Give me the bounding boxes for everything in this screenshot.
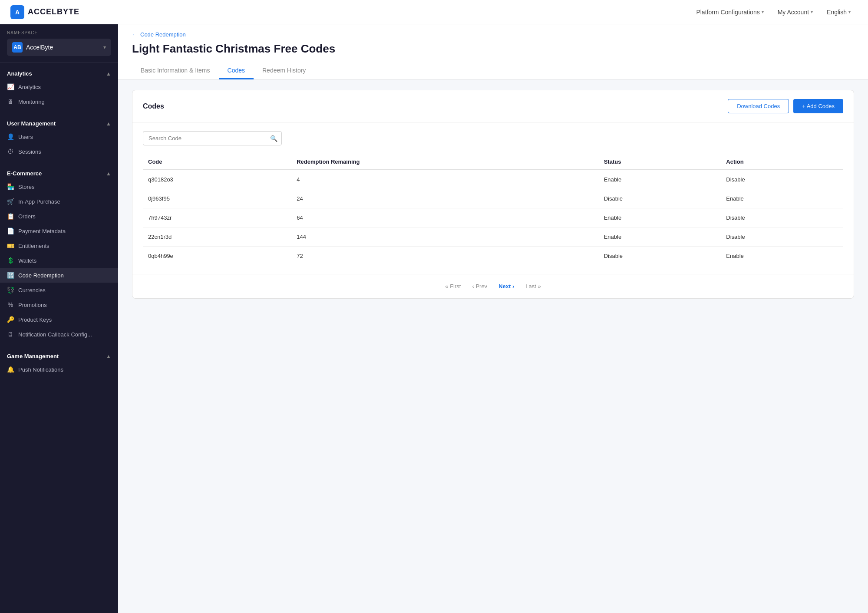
sidebar-item-label-users: Users bbox=[18, 134, 33, 140]
my-account-menu[interactable]: My Account ▾ bbox=[771, 5, 820, 19]
sidebar-item-icon-push-notifications: 🔔 bbox=[7, 366, 14, 373]
sidebar-item-label-currencies: Currencies bbox=[18, 287, 46, 293]
codes-card-body: 🔍 CodeRedemption RemainingStatusAction q… bbox=[132, 122, 854, 274]
breadcrumb[interactable]: ← Code Redemption bbox=[132, 31, 854, 38]
table-cell-code-0: q30182o3 bbox=[143, 170, 291, 189]
sidebar-item-label-code-redemption: Code Redemption bbox=[18, 272, 64, 279]
table-cell-status-3: Enable bbox=[599, 227, 721, 247]
language-menu[interactable]: English ▾ bbox=[820, 5, 858, 19]
sidebar-item-label-orders: Orders bbox=[18, 213, 36, 220]
page-header: ← Code Redemption Light Fantastic Christ… bbox=[118, 24, 868, 79]
codes-table: CodeRedemption RemainingStatusAction q30… bbox=[143, 154, 843, 265]
sidebar-section-ecommerce: E-Commerce▲🏪Stores🛒In-App Purchase📋Order… bbox=[0, 162, 118, 345]
sidebar-section-header-analytics[interactable]: Analytics▲ bbox=[0, 66, 118, 79]
sidebar-item-label-notification-callback: Notification Callback Config... bbox=[18, 331, 92, 338]
sidebar-item-notification-callback[interactable]: 🖥Notification Callback Config... bbox=[0, 327, 118, 342]
table-cell-status-1: Disable bbox=[599, 189, 721, 208]
table-row: q30182o34EnableDisable bbox=[143, 170, 843, 189]
sidebar-item-entitlements[interactable]: 🎫Entitlements bbox=[0, 238, 118, 253]
sidebar-section-header-ecommerce[interactable]: E-Commerce▲ bbox=[0, 166, 118, 179]
pagination-prev[interactable]: ‹ Prev bbox=[468, 281, 492, 291]
sidebar-section-analytics: Analytics▲📈Analytics🖥Monitoring bbox=[0, 63, 118, 112]
pagination-first[interactable]: « First bbox=[441, 281, 465, 291]
sidebar-item-code-redemption[interactable]: 🔢Code Redemption bbox=[0, 268, 118, 283]
language-chevron-icon: ▾ bbox=[848, 10, 851, 14]
sidebar-item-icon-payment-metadata: 📄 bbox=[7, 227, 14, 234]
sidebar-item-label-stores: Stores bbox=[18, 184, 35, 190]
download-codes-button[interactable]: Download Codes bbox=[728, 99, 789, 113]
sidebar-item-users[interactable]: 👤Users bbox=[0, 129, 118, 144]
table-cell-action-1[interactable]: Enable bbox=[721, 189, 843, 208]
tab-redeem-history[interactable]: Redeem History bbox=[254, 63, 314, 79]
sidebar-section-chevron-icon-analytics: ▲ bbox=[106, 71, 111, 77]
sidebar-item-push-notifications[interactable]: 🔔Push Notifications bbox=[0, 362, 118, 377]
sidebar-item-stores[interactable]: 🏪Stores bbox=[0, 179, 118, 194]
sidebar-item-label-monitoring: Monitoring bbox=[18, 99, 45, 105]
brand-logo-icon: A bbox=[10, 5, 24, 19]
table-cell-redemption-4: 72 bbox=[291, 247, 598, 266]
page-title: Light Fantastic Christmas Free Codes bbox=[132, 42, 854, 56]
sidebar-item-icon-sessions: ⏱ bbox=[7, 148, 14, 155]
table-cell-code-3: 22cn1r3d bbox=[143, 227, 291, 247]
sidebar-section-header-game-management[interactable]: Game Management▲ bbox=[0, 349, 118, 362]
pagination-last[interactable]: Last » bbox=[521, 281, 545, 291]
codes-card: Codes Download Codes + Add Codes 🔍 CodeR… bbox=[132, 90, 854, 299]
tab-basic-info[interactable]: Basic Information & Items bbox=[132, 63, 219, 79]
brand: A ACCELBYTE bbox=[10, 5, 79, 19]
table-cell-redemption-3: 144 bbox=[291, 227, 598, 247]
sidebar-section-title-user-management: User Management bbox=[7, 120, 56, 127]
sidebar-item-product-keys[interactable]: 🔑Product Keys bbox=[0, 312, 118, 327]
sidebar-item-wallets[interactable]: 💲Wallets bbox=[0, 253, 118, 268]
table-header-status: Status bbox=[599, 154, 721, 170]
sidebar-item-currencies[interactable]: 💱Currencies bbox=[0, 283, 118, 297]
table-row: 7h9743zr64EnableDisable bbox=[143, 208, 843, 227]
sidebar-section-title-ecommerce: E-Commerce bbox=[7, 170, 42, 177]
namespace-chevron-icon: ▾ bbox=[103, 44, 106, 50]
sidebar-item-payment-metadata[interactable]: 📄Payment Metadata bbox=[0, 224, 118, 238]
search-wrapper: 🔍 bbox=[143, 131, 282, 145]
sidebar-item-promotions[interactable]: %Promotions bbox=[0, 297, 118, 312]
namespace-section: NAMESPACE AB AccelByte ▾ bbox=[0, 24, 118, 63]
sidebar-item-orders[interactable]: 📋Orders bbox=[0, 209, 118, 224]
sidebar-item-icon-product-keys: 🔑 bbox=[7, 316, 14, 323]
my-account-chevron-icon: ▾ bbox=[811, 10, 813, 14]
table-cell-action-3[interactable]: Disable bbox=[721, 227, 843, 247]
table-cell-redemption-1: 24 bbox=[291, 189, 598, 208]
namespace-label: NAMESPACE bbox=[7, 30, 111, 35]
table-cell-action-2[interactable]: Disable bbox=[721, 208, 843, 227]
sidebar-item-monitoring[interactable]: 🖥Monitoring bbox=[0, 94, 118, 109]
sidebar-item-icon-code-redemption: 🔢 bbox=[7, 272, 14, 279]
table-cell-action-4[interactable]: Enable bbox=[721, 247, 843, 266]
table-cell-code-1: 0j963f95 bbox=[143, 189, 291, 208]
search-input[interactable] bbox=[143, 131, 282, 145]
table-cell-status-2: Enable bbox=[599, 208, 721, 227]
sidebar-item-label-push-notifications: Push Notifications bbox=[18, 366, 63, 373]
sidebar-item-sessions[interactable]: ⏱Sessions bbox=[0, 144, 118, 159]
sidebar-item-label-payment-metadata: Payment Metadata bbox=[18, 228, 66, 234]
sidebar-item-analytics[interactable]: 📈Analytics bbox=[0, 79, 118, 94]
sidebar-item-label-wallets: Wallets bbox=[18, 257, 36, 264]
table-cell-status-0: Enable bbox=[599, 170, 721, 189]
sidebar-item-label-analytics: Analytics bbox=[18, 84, 41, 90]
platform-configurations-menu[interactable]: Platform Configurations ▾ bbox=[689, 5, 770, 19]
sidebar-section-game-management: Game Management▲🔔Push Notifications bbox=[0, 345, 118, 380]
table-cell-code-2: 7h9743zr bbox=[143, 208, 291, 227]
namespace-selector[interactable]: AB AccelByte ▾ bbox=[7, 39, 111, 56]
add-codes-button[interactable]: + Add Codes bbox=[793, 99, 843, 113]
content-area: Codes Download Codes + Add Codes 🔍 CodeR… bbox=[118, 79, 868, 309]
sidebar-section-header-user-management[interactable]: User Management▲ bbox=[0, 116, 118, 129]
top-navigation: A ACCELBYTE Platform Configurations ▾ My… bbox=[0, 0, 868, 24]
sidebar-item-in-app-purchase[interactable]: 🛒In-App Purchase bbox=[0, 194, 118, 209]
table-cell-code-4: 0qb4h99e bbox=[143, 247, 291, 266]
sidebar-item-icon-users: 👤 bbox=[7, 133, 14, 140]
main-content: ← Code Redemption Light Fantastic Christ… bbox=[118, 24, 868, 613]
table-header-redemption-remaining: Redemption Remaining bbox=[291, 154, 598, 170]
tab-codes[interactable]: Codes bbox=[219, 63, 254, 79]
sidebar-section-chevron-icon-ecommerce: ▲ bbox=[106, 171, 111, 177]
table-cell-action-0[interactable]: Disable bbox=[721, 170, 843, 189]
pagination-next[interactable]: Next › bbox=[494, 281, 518, 291]
table-cell-status-4: Disable bbox=[599, 247, 721, 266]
sidebar: NAMESPACE AB AccelByte ▾ Analytics▲📈Anal… bbox=[0, 24, 118, 613]
sidebar-item-icon-stores: 🏪 bbox=[7, 183, 14, 190]
tabs: Basic Information & ItemsCodesRedeem His… bbox=[132, 63, 854, 79]
